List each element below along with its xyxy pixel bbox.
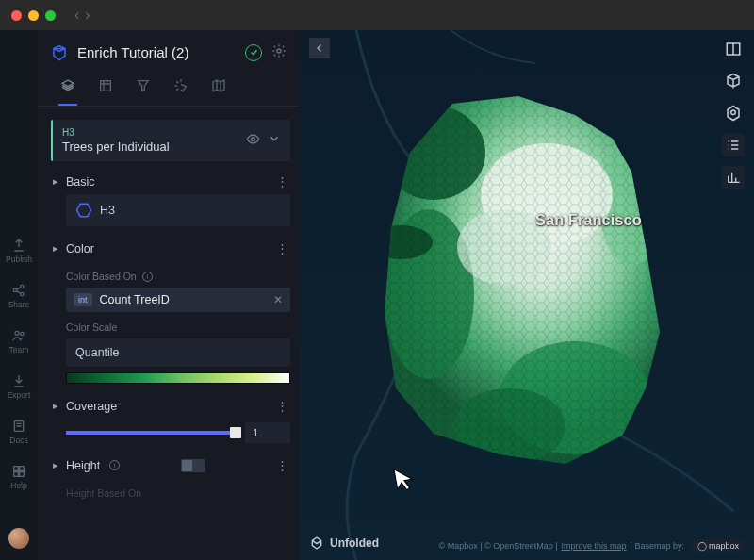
svg-rect-6	[14, 467, 19, 471]
chevron-right-icon: ▸	[53, 175, 58, 188]
window-controls	[11, 10, 56, 21]
attribution: © Mapbox | © OpenStreetMap | Improve thi…	[439, 539, 745, 552]
chevron-right-icon: ▸	[53, 459, 58, 471]
section-header-basic[interactable]: ▸ Basic ⋮	[51, 169, 290, 194]
section-color: ▸ Color ⋮ Color Based On i int Count Tre…	[51, 236, 290, 384]
section-label: Color	[66, 242, 94, 255]
section-label: Coverage	[66, 400, 117, 413]
map-toolbar	[722, 38, 745, 189]
more-icon[interactable]: ⋮	[276, 241, 288, 255]
color-based-on-label: Color Based On i	[66, 271, 290, 282]
section-header-coverage[interactable]: ▸ Coverage ⋮	[51, 393, 290, 419]
app-logo-icon	[51, 44, 68, 61]
tab-interactions[interactable]	[173, 71, 188, 106]
h3-layer	[377, 87, 679, 464]
layer-name: Trees per Individual	[62, 140, 170, 154]
nav-back-icon[interactable]: ‹	[74, 7, 79, 24]
height-based-on-label: Height Based On	[66, 487, 290, 499]
clear-icon[interactable]: ✕	[273, 293, 283, 306]
field-value: Count TreeID	[100, 293, 266, 306]
section-label: Basic	[66, 175, 95, 189]
layer-type-badge: H3	[62, 127, 170, 138]
height-toggle[interactable]	[181, 459, 205, 472]
rail-label: Publish	[6, 255, 32, 264]
rail-export[interactable]: Export	[8, 373, 31, 400]
section-label: Height	[66, 459, 100, 472]
svg-marker-15	[77, 204, 91, 217]
chevron-right-icon: ▸	[53, 242, 58, 255]
coverage-slider[interactable]	[66, 431, 236, 435]
rail-label: Help	[10, 481, 26, 490]
rail-publish[interactable]: Publish	[6, 238, 32, 264]
more-icon[interactable]: ⋮	[276, 458, 288, 472]
layer-type-chip[interactable]: H3	[66, 194, 290, 226]
svg-rect-26	[377, 87, 679, 464]
layer-card-actions	[246, 132, 281, 149]
more-icon[interactable]: ⋮	[276, 174, 288, 189]
layer-card[interactable]: H3 Trees per Individual	[51, 120, 290, 161]
more-icon[interactable]: ⋮	[276, 399, 288, 413]
rail-team[interactable]: Team	[9, 328, 29, 354]
slider-thumb[interactable]	[230, 427, 241, 438]
view-3d-icon[interactable]	[722, 70, 745, 92]
chevron-right-icon: ▸	[53, 400, 58, 412]
nav-forward-icon[interactable]: ›	[85, 7, 90, 24]
section-height: ▸ Height i ⋮ Height Based On	[51, 453, 290, 499]
branding-text: Unfolded	[330, 536, 379, 550]
gear-icon[interactable]	[271, 43, 287, 61]
chevron-down-icon[interactable]	[268, 132, 281, 149]
improve-map-link[interactable]: Improve this map	[562, 541, 627, 551]
close-icon[interactable]	[11, 10, 22, 21]
minimize-icon[interactable]	[28, 10, 39, 21]
tab-layers[interactable]	[60, 71, 75, 106]
action-rail: Publish Share Team Export Docs Help	[0, 30, 38, 560]
layer-config-scroll[interactable]: H3 Trees per Individual ▸ Basic	[38, 107, 300, 560]
color-scale-select[interactable]: Quantile	[66, 338, 290, 367]
section-coverage: ▸ Coverage ⋮ 1	[51, 393, 290, 443]
map-canvas[interactable]: San Francisco Unfol	[300, 30, 754, 560]
color-ramp[interactable]	[66, 372, 290, 384]
maximize-icon[interactable]	[45, 10, 56, 21]
rail-docs[interactable]: Docs	[9, 419, 27, 445]
nav-arrows: ‹ ›	[74, 7, 90, 24]
page-title: Enrich Tutorial (2)	[77, 44, 236, 60]
chip-label: H3	[100, 204, 115, 217]
rail-share[interactable]: Share	[8, 283, 30, 309]
map-city-label: San Francisco	[535, 211, 642, 229]
coverage-value[interactable]: 1	[245, 422, 290, 443]
tab-basemap[interactable]	[211, 71, 226, 106]
section-header-color[interactable]: ▸ Color ⋮	[51, 236, 290, 261]
sidebar-tabs	[38, 71, 300, 107]
config-sidebar: Enrich Tutorial (2)	[38, 30, 300, 560]
section-header-height[interactable]: ▸ Height i ⋮	[51, 453, 290, 478]
tab-filters[interactable]	[136, 71, 151, 106]
svg-rect-13	[101, 81, 111, 91]
visibility-icon[interactable]	[246, 132, 260, 149]
mapbox-badge[interactable]: ◯mapbox	[692, 539, 745, 552]
chart-icon[interactable]	[722, 166, 745, 189]
rail-label: Team	[9, 345, 29, 354]
branding: Unfolded	[309, 535, 379, 551]
geocoder-icon[interactable]	[722, 102, 745, 124]
info-icon[interactable]: i	[109, 460, 120, 470]
rail-label: Share	[8, 300, 30, 309]
type-badge: int	[74, 293, 92, 306]
window-titlebar: ‹ ›	[0, 0, 754, 30]
rail-label: Export	[8, 390, 31, 400]
svg-marker-11	[54, 48, 65, 51]
split-view-icon[interactable]	[722, 38, 745, 60]
color-field-select[interactable]: int Count TreeID ✕	[66, 288, 290, 312]
color-scale-label: Color Scale	[66, 321, 290, 333]
svg-rect-7	[20, 467, 25, 471]
legend-icon[interactable]	[722, 134, 745, 156]
svg-point-12	[277, 49, 281, 53]
hexagon-icon	[75, 202, 92, 219]
sidebar-header: Enrich Tutorial (2)	[38, 30, 300, 71]
svg-point-4	[21, 332, 24, 335]
info-icon[interactable]: i	[142, 272, 153, 282]
tab-columns[interactable]	[98, 71, 113, 106]
panel-collapse-button[interactable]	[309, 38, 330, 58]
unfolded-logo-icon	[309, 535, 324, 551]
avatar[interactable]	[8, 528, 29, 549]
rail-help[interactable]: Help	[10, 464, 26, 490]
